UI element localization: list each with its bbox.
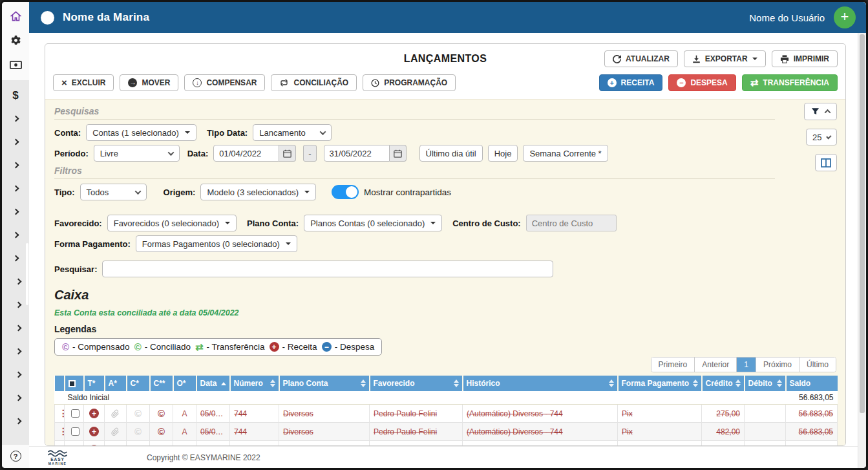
sort-icon[interactable]	[693, 379, 698, 387]
column-header-Favorecido[interactable]: Favorecido	[370, 376, 463, 391]
sidebar-item-chevron[interactable]	[2, 322, 29, 334]
atualizar-button[interactable]: ATUALIZAR	[604, 50, 678, 67]
sidebar-item-chevron[interactable]	[2, 299, 29, 311]
sidebar-item-chevron[interactable]	[2, 275, 29, 288]
kebab-menu-icon[interactable]: ⋮	[59, 408, 65, 418]
column-header-Histórico[interactable]: Histórico	[463, 376, 618, 391]
conciliacao-button[interactable]: CONCILIAÇÃO	[271, 74, 357, 91]
page-item-1[interactable]: 1	[737, 358, 756, 372]
home-icon	[10, 11, 21, 21]
sidebar-item-chevron[interactable]	[2, 415, 29, 427]
sidebar-item-chevron[interactable]	[2, 206, 29, 218]
columns-button[interactable]	[815, 154, 837, 171]
copyright-icon: ©	[134, 408, 142, 419]
sort-icon[interactable]	[454, 379, 459, 387]
content: LANÇAMENTOS ATUALIZAR EXPORTAR	[29, 33, 858, 446]
sidebar-item-cash[interactable]	[2, 59, 29, 71]
imprimir-button[interactable]: IMPRIMIR	[772, 50, 838, 67]
sidebar-item-chevron[interactable]	[2, 369, 29, 381]
tipo-select[interactable]: Todos	[80, 184, 147, 200]
contrapartidas-label: Mostrar contrapartidas	[364, 187, 451, 197]
row-checkbox[interactable]	[71, 409, 79, 418]
saldo-cell: 56.683,05	[786, 423, 838, 441]
header-content: O*	[177, 379, 193, 388]
sidebar-scrollbar-thumb[interactable]	[26, 243, 28, 305]
sidebar-item-home[interactable]	[2, 10, 29, 22]
plano-conta-dropdown[interactable]: Planos Contas (0 selecionado)	[304, 215, 442, 231]
minus-circle-icon: −	[677, 78, 686, 87]
chevron-right-icon	[12, 255, 19, 262]
column-header-Número[interactable]: Número	[230, 376, 279, 391]
sidebar-item-finance[interactable]: $	[2, 89, 29, 101]
mover-button[interactable]: → MOVER	[120, 74, 178, 91]
favorecido-dropdown[interactable]: Favorecidos (0 selecionado)	[107, 215, 237, 231]
page-scrollbar[interactable]	[858, 33, 866, 468]
periodo-select[interactable]: Livre	[94, 145, 180, 162]
ultimo-dia-util-button[interactable]: Último dia útil	[419, 145, 483, 162]
copyright-icon: ©	[134, 426, 142, 437]
select-all-checkbox-icon[interactable]	[69, 380, 76, 387]
sidebar-item-chevron[interactable]	[2, 136, 29, 148]
exportar-button[interactable]: EXPORTAR	[684, 50, 766, 67]
sort-icon[interactable]	[777, 379, 782, 387]
column-header-Data[interactable]: Data	[196, 376, 230, 391]
header-content: Data	[200, 379, 226, 388]
pesquisar-input[interactable]	[102, 261, 553, 277]
sort-icon[interactable]	[270, 379, 275, 387]
historico-cell: (Automático) Diversos - 744	[463, 441, 618, 446]
tipo-data-select[interactable]: Lancamento	[253, 124, 332, 141]
column-label: Número	[234, 379, 263, 388]
sidebar-item-chevron[interactable]	[2, 252, 29, 264]
sort-icon[interactable]	[609, 379, 614, 387]
hoje-button[interactable]: Hoje	[488, 145, 518, 162]
sort-icon[interactable]	[361, 379, 366, 387]
header-content: A*	[109, 379, 123, 388]
calendar-addon[interactable]	[390, 145, 407, 162]
compensar-button[interactable]: ↓ COMPENSAR	[184, 74, 265, 91]
user-name[interactable]: Nome do Usuário	[749, 12, 825, 23]
centro-custo-label: Centro de Custo:	[452, 219, 520, 228]
sidebar-item-chevron[interactable]	[2, 229, 29, 241]
transferencia-button[interactable]: ⇄ TRANSFERÊNCIA	[742, 74, 838, 91]
column-header-Débito[interactable]: Débito	[745, 376, 786, 391]
column-header-Crédito[interactable]: Crédito	[702, 376, 745, 391]
page-item-primeiro[interactable]: Primeiro	[651, 358, 695, 372]
data-cell: 05/04/22	[196, 441, 230, 446]
programacao-button[interactable]: PROGRAMAÇÃO	[363, 74, 456, 91]
contrapartidas-toggle[interactable]	[332, 185, 359, 199]
column-header-Plano Conta[interactable]: Plano Conta	[279, 376, 370, 391]
excluir-button[interactable]: × EXCLUIR	[53, 74, 114, 91]
sidebar-help[interactable]: ?	[2, 445, 29, 468]
scrollbar-thumb[interactable]	[860, 34, 865, 413]
page-size-select[interactable]: 25	[806, 129, 837, 145]
sidebar-item-chevron[interactable]	[2, 345, 29, 358]
page-item-anterior[interactable]: Anterior	[695, 358, 737, 372]
kebab-menu-icon[interactable]: ⋮	[59, 426, 65, 436]
kebab-menu-icon[interactable]: ⋮	[59, 444, 65, 445]
row-checkbox[interactable]	[71, 427, 79, 436]
page-item-último[interactable]: Último	[799, 358, 836, 372]
column-header-Forma Pagamento[interactable]: Forma Pagamento	[618, 376, 702, 391]
sidebar-item-chevron[interactable]	[2, 112, 29, 125]
forma-pagamento-dropdown[interactable]: Formas Pagamentos (0 selecionado)	[136, 235, 297, 252]
page-item-próximo[interactable]: Próximo	[756, 358, 799, 372]
semana-corrente-button[interactable]: Semana Corrente *	[523, 145, 608, 162]
sidebar-item-settings[interactable]	[2, 34, 29, 47]
numero-cell: 744	[230, 405, 279, 423]
data-inicio-input[interactable]	[213, 145, 279, 162]
paperclip-icon	[111, 409, 120, 418]
plus-circle-icon: +	[89, 445, 99, 445]
sidebar-item-chevron[interactable]	[2, 159, 29, 171]
sidebar-item-chevron[interactable]	[2, 182, 29, 195]
data-fim-input[interactable]	[324, 145, 390, 162]
sort-icon[interactable]	[736, 379, 741, 387]
calendar-addon[interactable]	[279, 145, 296, 162]
origem-dropdown[interactable]: Modelo (3 selecionados)	[200, 184, 316, 200]
toggle-filters-button[interactable]	[804, 103, 837, 120]
sidebar-item-chevron[interactable]	[2, 392, 29, 404]
conta-dropdown[interactable]: Contas (1 selecionado)	[86, 124, 196, 141]
despesa-button[interactable]: − DESPESA	[668, 74, 736, 91]
add-button[interactable]: +	[834, 6, 856, 28]
receita-button[interactable]: + RECEITA	[599, 74, 663, 91]
logo-text-bottom: MARINE	[48, 462, 67, 465]
